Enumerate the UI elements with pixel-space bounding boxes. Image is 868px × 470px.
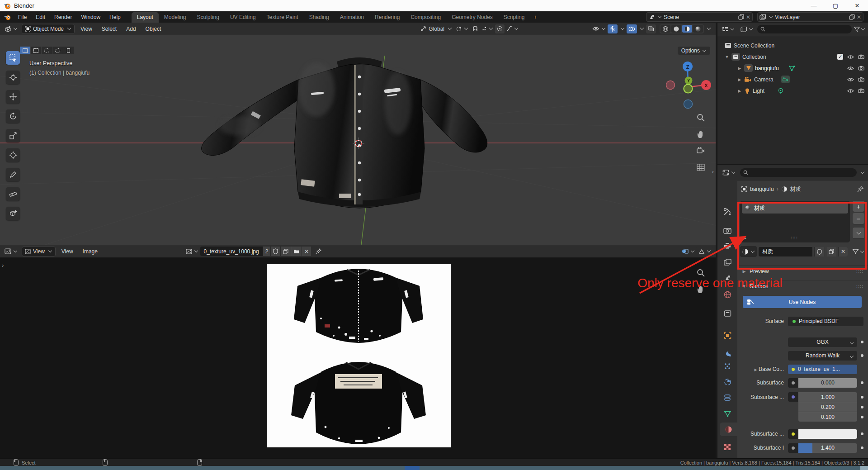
tab-view-layer[interactable]	[717, 255, 737, 269]
disable-render-camera-icon[interactable]	[858, 54, 864, 59]
gizmos-dropdown[interactable]	[618, 24, 627, 33]
browse-material-button[interactable]	[740, 246, 757, 257]
material-slot-list[interactable]: 材质 ▶ ∷∷	[740, 201, 850, 242]
animate-dot[interactable]	[861, 446, 863, 449]
expand-arrow-icon[interactable]: ▶	[737, 66, 742, 71]
shading-dropdown[interactable]	[704, 24, 713, 33]
hide-eye-icon[interactable]	[847, 77, 854, 82]
image-users-count[interactable]: 2	[263, 247, 271, 256]
outliner-row-scene-collection[interactable]: Scene Collection	[717, 40, 868, 51]
select-tweak-button[interactable]	[20, 47, 30, 54]
outliner-row-bangqiufu[interactable]: ▶ bangqiufu	[717, 62, 868, 74]
overlays-toggle[interactable]	[627, 24, 637, 33]
animate-dot[interactable]	[861, 354, 863, 357]
image-sidebar-toggle[interactable]: ›	[2, 262, 4, 269]
tab-shading[interactable]: Shading	[304, 12, 335, 23]
material-fake-user-button[interactable]	[814, 247, 824, 256]
tab-texture-paint[interactable]: Texture Paint	[261, 12, 304, 23]
section-grip[interactable]: ∷∷	[856, 284, 863, 290]
preview-section-header[interactable]: ▶ Preview ∷∷	[737, 265, 868, 277]
proportional-falloff-dropdown[interactable]	[505, 24, 520, 33]
select-extra-button[interactable]	[63, 47, 74, 54]
outliner-row-light[interactable]: ▶ Light	[717, 85, 868, 96]
close-button[interactable]: ✕	[846, 0, 868, 11]
surface-shader-button[interactable]: Principled BSDF	[788, 317, 863, 326]
animate-dot[interactable]	[861, 381, 863, 384]
animate-dot[interactable]	[861, 406, 863, 408]
unlink-material-button[interactable]: ✕	[838, 247, 848, 256]
image-browse-dropdown[interactable]	[184, 247, 200, 256]
outliner-filter-button[interactable]	[854, 27, 865, 32]
breadcrumb-object[interactable]: bangqiufu	[750, 186, 774, 192]
tab-layout[interactable]: Layout	[132, 12, 159, 23]
open-image-button[interactable]	[291, 247, 302, 256]
disable-render-camera-icon[interactable]	[858, 66, 864, 71]
navigation-gizmo[interactable]: Z X Y	[664, 61, 714, 115]
add-workspace-button[interactable]: +	[530, 12, 541, 23]
expand-arrow-icon[interactable]: ▶	[737, 89, 742, 93]
outliner-row-collection[interactable]: ▼ Collection ✓	[717, 51, 868, 62]
tab-object[interactable]	[717, 328, 737, 342]
add-material-slot-button[interactable]: +	[853, 201, 864, 212]
tab-particles[interactable]	[717, 359, 737, 373]
zoom-view-button[interactable]	[696, 113, 705, 122]
editor-type-button[interactable]	[3, 24, 19, 33]
menu-window[interactable]: Window	[76, 12, 105, 23]
animate-dot[interactable]	[861, 341, 863, 343]
select-box-button[interactable]	[31, 47, 41, 54]
radius-x-field[interactable]: 1.000	[798, 392, 857, 402]
orientation-dropdown[interactable]: Global	[419, 24, 454, 33]
image-editor-canvas[interactable]: ›	[0, 258, 716, 459]
hide-eye-icon[interactable]	[847, 89, 854, 93]
camera-view-button[interactable]	[696, 147, 705, 155]
radius-z-field[interactable]: 0.100	[798, 412, 857, 422]
slot-list-expand-icon[interactable]: ▶	[743, 236, 747, 240]
shading-solid-button[interactable]	[671, 25, 681, 33]
shading-wireframe-button[interactable]	[660, 25, 670, 33]
expand-arrow-icon[interactable]: ▼	[725, 55, 729, 59]
remove-material-slot-button[interactable]: −	[853, 213, 864, 224]
tab-material[interactable]	[720, 423, 737, 436]
viewlayer-selector[interactable]: ViewLayer ✕	[757, 12, 863, 22]
gizmos-toggle[interactable]	[608, 24, 618, 33]
unlink-scene-icon[interactable]: ✕	[746, 14, 750, 20]
subsurface-socket[interactable]	[788, 378, 798, 388]
vp-menu-object[interactable]: Object	[142, 26, 165, 32]
tool-transform[interactable]	[6, 148, 20, 162]
scene-selector[interactable]: Scene ✕	[646, 12, 753, 22]
tool-move[interactable]	[6, 90, 20, 104]
visibility-dropdown[interactable]	[590, 24, 608, 33]
properties-search-input[interactable]	[740, 168, 857, 177]
disable-render-camera-icon[interactable]	[858, 77, 864, 82]
new-image-button[interactable]	[280, 247, 291, 256]
image-editor-type-button[interactable]	[3, 247, 19, 256]
mode-dropdown[interactable]: Object Mode	[22, 24, 75, 34]
subsurface-method-dropdown[interactable]: Random Walk	[788, 351, 857, 361]
tab-constraints[interactable]	[717, 391, 737, 404]
subsurface-value-slider[interactable]: 0.000	[798, 378, 857, 388]
use-nodes-button[interactable]: Use Nodes	[743, 296, 862, 308]
tab-geometry-nodes[interactable]: Geometry Nodes	[446, 12, 498, 23]
tool-scale[interactable]	[6, 129, 20, 142]
maximize-button[interactable]: ▢	[825, 0, 846, 11]
material-slot-item[interactable]: 材质	[742, 203, 848, 214]
hide-eye-icon[interactable]	[847, 66, 854, 71]
image-name-field[interactable]: 0_texture_uv_1000.jpg	[200, 247, 263, 256]
tool-rotate[interactable]	[6, 109, 20, 123]
shading-rendered-button[interactable]	[693, 25, 703, 33]
material-specials-button[interactable]	[853, 228, 864, 238]
fake-user-button[interactable]	[270, 247, 280, 256]
new-viewlayer-icon[interactable]	[849, 14, 855, 20]
image-overlay-toggle[interactable]	[680, 247, 697, 256]
material-name-field[interactable]: 材质	[759, 247, 812, 256]
pin-id-button[interactable]	[857, 186, 863, 192]
snap-toggle[interactable]	[470, 24, 480, 33]
tool-add-cube[interactable]	[6, 207, 20, 220]
tab-sculpting[interactable]: Sculpting	[192, 12, 225, 23]
new-scene-icon[interactable]	[738, 14, 744, 20]
slot-list-grip[interactable]: ∷∷	[791, 235, 798, 241]
pan-view-button[interactable]	[696, 130, 705, 139]
tool-cursor[interactable]	[6, 71, 20, 84]
material-nodes-dropdown[interactable]	[852, 248, 864, 255]
distribution-dropdown[interactable]: GGX	[788, 337, 857, 347]
